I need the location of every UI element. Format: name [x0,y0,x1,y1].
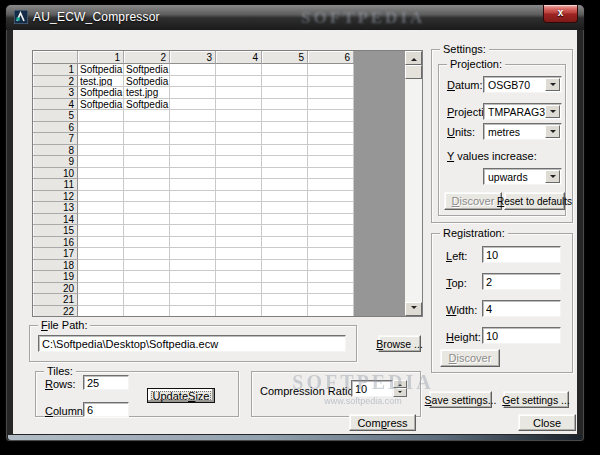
grid-cell[interactable] [216,179,262,191]
grid-cell[interactable] [78,156,124,168]
grid-cell[interactable] [124,191,170,203]
grid-cell[interactable]: Softpedia [124,64,170,76]
grid-cell[interactable] [262,179,308,191]
grid-cell[interactable] [78,133,124,145]
grid-cell[interactable] [308,110,354,122]
grid-cell[interactable] [78,306,124,318]
grid-cell[interactable] [78,248,124,260]
grid-cell[interactable]: Softpedia [78,87,124,99]
grid-cell[interactable] [124,248,170,260]
grid-cell[interactable] [262,202,308,214]
grid-cell[interactable] [78,122,124,134]
top-field[interactable] [482,273,561,290]
grid-cell[interactable] [216,306,262,318]
grid-cell[interactable] [262,64,308,76]
grid-row-header[interactable]: 11 [33,179,78,191]
grid-cell[interactable] [216,99,262,111]
dropdown-button[interactable] [545,78,560,91]
grid-cell[interactable] [262,237,308,249]
grid-row-header[interactable]: 14 [33,214,78,226]
grid-cell[interactable] [262,283,308,295]
grid-cell[interactable] [78,237,124,249]
grid-cell[interactable] [262,76,308,88]
grid-cell[interactable] [78,202,124,214]
grid-row-header[interactable]: 15 [33,225,78,237]
grid-cell[interactable] [216,294,262,306]
grid-cell[interactable] [124,283,170,295]
grid-cell[interactable] [216,271,262,283]
grid-cell[interactable] [308,87,354,99]
columns-field[interactable] [83,402,129,417]
grid-cell[interactable] [124,271,170,283]
grid-cell[interactable] [308,64,354,76]
grid-column-header[interactable]: 6 [308,51,354,64]
grid-cell[interactable] [308,156,354,168]
left-field[interactable] [482,246,561,263]
grid-cell[interactable] [216,248,262,260]
grid-cell[interactable] [262,168,308,180]
datum-select[interactable]: OSGB70 [483,76,562,93]
grid-row-header[interactable]: 6 [33,122,78,134]
grid-cell[interactable] [308,271,354,283]
grid-cell[interactable] [216,76,262,88]
grid-cell[interactable] [216,225,262,237]
grid-cell[interactable] [216,191,262,203]
units-select[interactable]: metres [483,123,562,140]
titlebar[interactable]: AU_ECW_Compressor SOFTPEDIA x [6,5,584,30]
grid-cell[interactable] [78,260,124,272]
grid-cell[interactable]: Softpedia [78,99,124,111]
grid-cell[interactable] [170,99,216,111]
grid-cell[interactable] [124,202,170,214]
grid-cell[interactable] [124,156,170,168]
grid-cell[interactable] [216,156,262,168]
grid-cell[interactable] [262,122,308,134]
grid-cell[interactable]: Softpedia [78,64,124,76]
grid-cell[interactable] [78,110,124,122]
scrollbar-thumb[interactable] [405,65,422,79]
grid-cell[interactable] [308,133,354,145]
grid-cell[interactable] [308,306,354,318]
grid-cell[interactable] [262,294,308,306]
grid-column-header[interactable]: 1 [78,51,124,64]
grid-cell[interactable]: Softpedia [124,76,170,88]
grid-cell[interactable] [216,122,262,134]
grid-cell[interactable] [216,260,262,272]
grid-column-header[interactable]: 3 [170,51,216,64]
grid-cell[interactable] [308,225,354,237]
grid-row-header[interactable]: 17 [33,248,78,260]
compression-ratio-field[interactable] [351,380,393,397]
grid-vertical-scrollbar[interactable] [405,51,422,316]
scroll-down-button[interactable] [405,302,422,316]
grid-cell[interactable] [308,294,354,306]
grid-cell[interactable] [216,168,262,180]
grid-cell[interactable] [262,133,308,145]
grid-cell[interactable] [78,294,124,306]
grid-cell[interactable] [78,191,124,203]
grid-cell[interactable] [308,145,354,157]
grid-cell[interactable]: Softpedia [124,99,170,111]
grid-cell[interactable] [308,283,354,295]
grid-cell[interactable] [124,145,170,157]
height-field[interactable] [482,327,561,344]
grid-cell[interactable] [170,122,216,134]
grid-row-header[interactable]: 1 [33,64,78,76]
grid-cell[interactable] [78,283,124,295]
grid-cell[interactable] [78,214,124,226]
grid-row-header[interactable]: 3 [33,87,78,99]
grid-cell[interactable] [262,110,308,122]
grid-cell[interactable] [262,191,308,203]
grid-cell[interactable] [124,260,170,272]
grid-row-header[interactable]: 5 [33,110,78,122]
grid-row-header[interactable]: 20 [33,283,78,295]
projection-select[interactable]: TMPARAG3 [483,103,562,120]
grid-cell[interactable] [216,283,262,295]
grid-cell[interactable] [170,76,216,88]
scroll-up-button[interactable] [405,51,422,65]
grid-cell[interactable] [216,110,262,122]
registration-discover-button[interactable]: Discover [440,349,500,367]
browse-button[interactable]: Browse ... [378,335,421,352]
grid-cell[interactable] [124,133,170,145]
grid-column-header[interactable]: 5 [262,51,308,64]
grid-cell[interactable] [124,168,170,180]
grid-cell[interactable] [262,260,308,272]
